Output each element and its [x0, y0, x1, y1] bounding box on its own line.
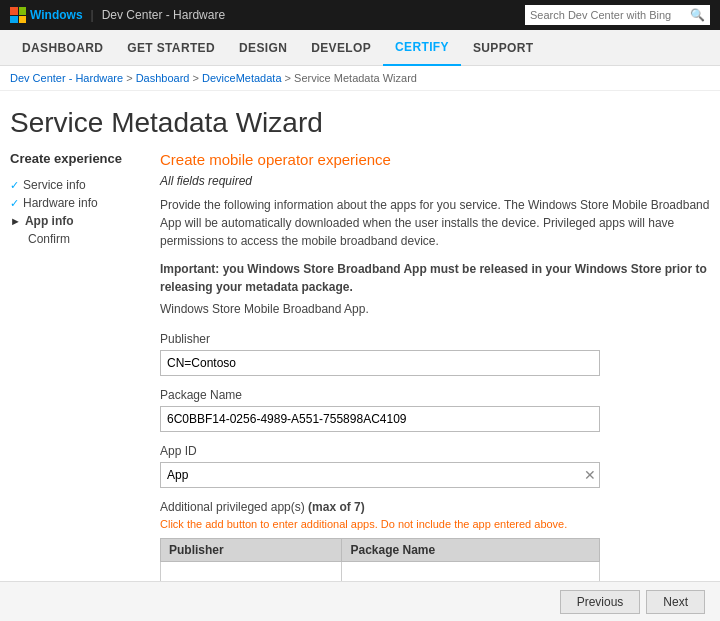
content-title: Create mobile operator experience	[160, 151, 710, 168]
windows-text: Windows	[30, 8, 83, 22]
breadcrumb: Dev Center - Hardware > Dashboard > Devi…	[0, 66, 720, 91]
package-name-label: Package Name	[160, 388, 710, 402]
sidebar-item-label: Confirm	[28, 232, 70, 246]
sidebar-item-app-info[interactable]: ► App info	[10, 212, 140, 230]
app-id-container: ✕	[160, 462, 600, 488]
apps-table: Publisher Package Name	[160, 538, 600, 586]
broadband-note: Windows Store Mobile Broadband App.	[160, 302, 710, 316]
previous-button[interactable]: Previous	[560, 590, 641, 614]
search-input[interactable]	[530, 9, 690, 21]
next-button[interactable]: Next	[646, 590, 705, 614]
arrow-icon: ►	[10, 215, 21, 227]
sidebar-item-label: Service info	[23, 178, 86, 192]
package-name-input[interactable]	[160, 406, 600, 432]
additional-note: Click the add button to enter additional…	[160, 518, 710, 530]
bottom-navigation: Previous Next	[0, 581, 720, 621]
publisher-label: Publisher	[160, 332, 710, 346]
nav-item-develop[interactable]: DEVELOP	[299, 30, 383, 66]
app-id-label: App ID	[160, 444, 710, 458]
publisher-input[interactable]	[160, 350, 600, 376]
table-header-package-name: Package Name	[342, 539, 600, 562]
sidebar-item-service-info[interactable]: ✓ Service info	[10, 176, 140, 194]
breadcrumb-dashboard[interactable]: Dashboard	[136, 72, 190, 84]
sidebar-item-hardware-info[interactable]: ✓ Hardware info	[10, 194, 140, 212]
app-id-clear-button[interactable]: ✕	[584, 468, 596, 482]
nav-item-dashboard[interactable]: DASHBOARD	[10, 30, 115, 66]
topbar-title: Dev Center - Hardware	[102, 8, 225, 22]
sidebar: Create experience ✓ Service info ✓ Hardw…	[10, 151, 140, 616]
windows-logo: Windows	[10, 7, 83, 23]
breadcrumb-current: Service Metadata Wizard	[294, 72, 417, 84]
search-button[interactable]: 🔍	[690, 8, 705, 22]
windows-flag-icon	[10, 7, 26, 23]
sidebar-heading: Create experience	[10, 151, 140, 166]
additional-max: (max of 7)	[308, 500, 365, 514]
check-icon: ✓	[10, 197, 19, 210]
topbar-separator: |	[91, 8, 94, 22]
app-id-input[interactable]	[160, 462, 600, 488]
important-note: Important: you Windows Store Broadband A…	[160, 260, 710, 296]
check-icon: ✓	[10, 179, 19, 192]
breadcrumb-device-metadata[interactable]: DeviceMetadata	[202, 72, 282, 84]
fields-required: All fields required	[160, 174, 710, 188]
sidebar-item-label: App info	[25, 214, 74, 228]
page-title: Service Metadata Wizard	[0, 91, 720, 151]
search-bar[interactable]: 🔍	[525, 5, 710, 25]
description-text: Provide the following information about …	[160, 196, 710, 250]
sidebar-item-label: Hardware info	[23, 196, 98, 210]
nav-item-certify[interactable]: CERTIFY	[383, 30, 461, 66]
navbar: DASHBOARD GET STARTED DESIGN DEVELOP CER…	[0, 30, 720, 66]
nav-item-design[interactable]: DESIGN	[227, 30, 299, 66]
topbar-left: Windows | Dev Center - Hardware	[10, 7, 225, 23]
nav-item-support[interactable]: SUPPORT	[461, 30, 546, 66]
additional-apps-label: Additional privileged app(s) (max of 7)	[160, 500, 710, 514]
breadcrumb-dev-center[interactable]: Dev Center - Hardware	[10, 72, 123, 84]
table-header-row: Publisher Package Name	[161, 539, 600, 562]
content-area: Create mobile operator experience All fi…	[160, 151, 710, 616]
sidebar-item-confirm[interactable]: Confirm	[10, 230, 140, 248]
main-layout: Create experience ✓ Service info ✓ Hardw…	[0, 151, 720, 616]
top-bar: Windows | Dev Center - Hardware 🔍	[0, 0, 720, 30]
table-header-publisher: Publisher	[161, 539, 342, 562]
nav-item-get-started[interactable]: GET STARTED	[115, 30, 227, 66]
